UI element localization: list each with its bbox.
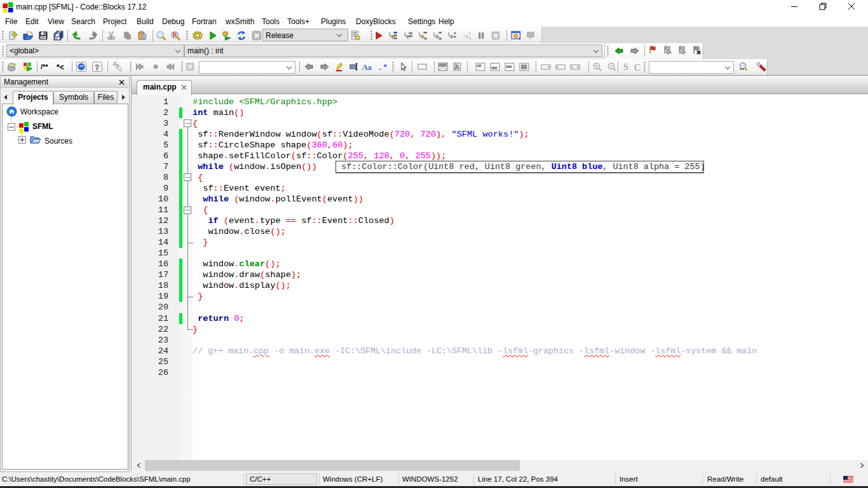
svg-text:/**: /** [41, 63, 48, 71]
svg-text:*<: *< [57, 63, 64, 72]
svg-text:S: S [623, 62, 628, 72]
svg-text:?: ? [95, 62, 100, 72]
svg-text:C: C [634, 62, 641, 72]
svg-text:A: A [455, 63, 460, 71]
svg-text:R: R [173, 31, 178, 38]
svg-text:Aa: Aa [362, 63, 372, 72]
svg-text:.*: .* [378, 63, 388, 72]
